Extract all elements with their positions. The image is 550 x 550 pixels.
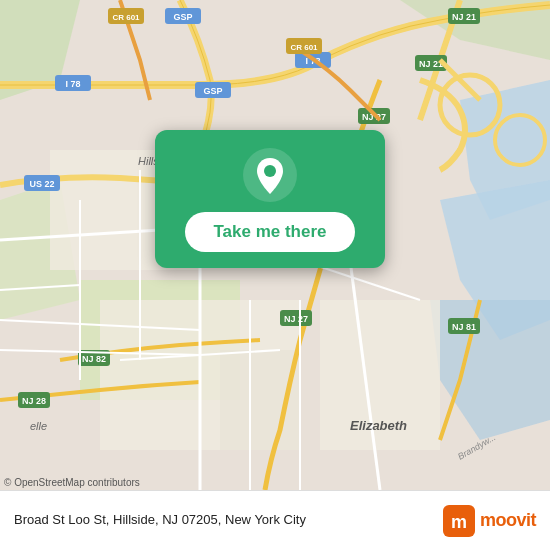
svg-text:US 22: US 22 bbox=[29, 179, 54, 189]
svg-text:NJ 28: NJ 28 bbox=[22, 396, 46, 406]
svg-text:NJ 21: NJ 21 bbox=[419, 59, 443, 69]
svg-text:GSP: GSP bbox=[173, 12, 192, 22]
svg-text:I 78: I 78 bbox=[65, 79, 80, 89]
svg-text:elle: elle bbox=[30, 420, 47, 432]
svg-text:CR 601: CR 601 bbox=[290, 43, 318, 52]
moovit-label: moovit bbox=[480, 510, 536, 531]
svg-text:CR 601: CR 601 bbox=[112, 13, 140, 22]
location-pin-icon bbox=[243, 148, 297, 202]
take-me-there-button[interactable]: Take me there bbox=[185, 212, 354, 252]
svg-text:NJ 21: NJ 21 bbox=[452, 12, 476, 22]
bottom-bar: Broad St Loo St, Hillside, NJ 07205, New… bbox=[0, 490, 550, 550]
map-container: I 78 I 78 GSP GSP NJ 21 NJ 21 NJ 27 NJ 2… bbox=[0, 0, 550, 490]
svg-text:m: m bbox=[451, 512, 467, 532]
svg-text:Elizabeth: Elizabeth bbox=[350, 418, 407, 433]
svg-text:NJ 81: NJ 81 bbox=[452, 322, 476, 332]
address-text: Broad St Loo St, Hillside, NJ 07205, New… bbox=[14, 512, 433, 529]
svg-text:NJ 82: NJ 82 bbox=[82, 354, 106, 364]
svg-text:NJ 27: NJ 27 bbox=[284, 314, 308, 324]
moovit-icon-svg: m bbox=[443, 505, 475, 537]
popup-card: Take me there bbox=[155, 130, 385, 268]
svg-text:GSP: GSP bbox=[203, 86, 222, 96]
map-attribution: © OpenStreetMap contributors bbox=[4, 477, 140, 488]
moovit-logo: m moovit bbox=[443, 505, 536, 537]
svg-point-63 bbox=[264, 165, 276, 177]
